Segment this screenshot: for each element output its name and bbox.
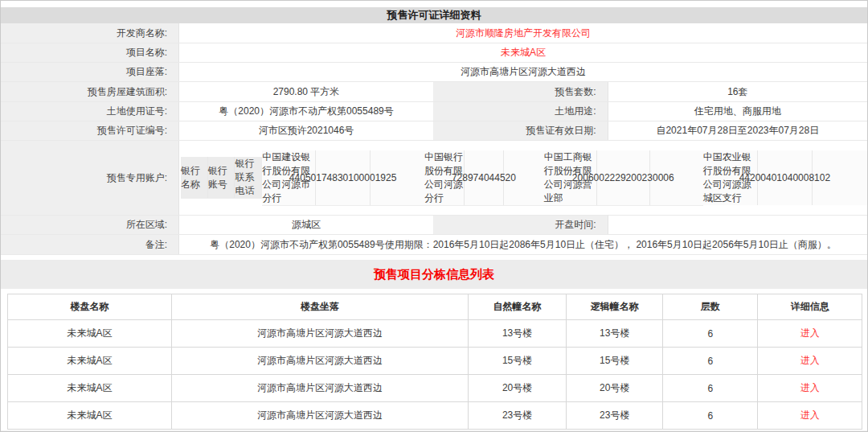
- col-detail: 详细信息: [758, 294, 862, 320]
- permit-validity-label: 预售证有效日期:: [434, 121, 608, 140]
- remarks-value: 粤（2020）河源市不动产权第0055489号使用期限：2016年5月10日起2…: [179, 235, 867, 254]
- page-title: 预售许可证详细资料: [1, 7, 867, 23]
- bank-account-header: 银行账号: [208, 157, 235, 198]
- building-name: 未来城A区: [8, 402, 172, 430]
- bank-account: 44050174830100001925: [316, 150, 370, 205]
- region-label: 所在区域:: [1, 216, 179, 234]
- region-value: 源城区: [179, 216, 434, 234]
- presale-units-value: 16套: [608, 82, 867, 101]
- col-building-location: 楼盘坐落: [172, 294, 469, 320]
- escrow-label: 预售专用账户:: [1, 141, 179, 215]
- bank-subtable: 银行名称 银行账号 银行联系电话 中国建设银行股份有限公司河源市分行 44050…: [179, 141, 867, 215]
- natural-block: 15号楼: [468, 348, 566, 375]
- floors: 6: [663, 402, 758, 430]
- presale-units-label: 预售套数:: [434, 82, 608, 101]
- building-row: 未来城A区 河源市高塘片区河源大道西边 20号楼 20号楼 6 进入: [8, 375, 862, 402]
- remarks-label: 备注:: [1, 235, 179, 254]
- logical-block: 23号楼: [567, 402, 663, 430]
- presale-area-label: 预售房屋建筑面积:: [1, 82, 179, 101]
- buildings-section-title: 预售项目分栋信息列表: [1, 260, 867, 289]
- presale-area-value: 2790.80 平方米: [179, 82, 434, 101]
- row-project-location: 项目座落: 河源市高塘片区河源大道西边: [1, 63, 867, 82]
- top-spacer: [1, 1, 867, 7]
- floors: 6: [663, 375, 758, 402]
- detail-link[interactable]: 进入: [800, 327, 820, 339]
- buildings-table: 楼盘名称 楼盘坐落 自然幢名称 逻辑幢名称 层数 详细信息 未来城A区 河源市高…: [7, 294, 862, 430]
- bank-row: 中国工商银行股份有限公司河源营业部 2006002229200230006: [544, 150, 703, 206]
- buildings-header-row: 楼盘名称 楼盘坐落 自然幢名称 逻辑幢名称 层数 详细信息: [8, 294, 862, 320]
- building-name: 未来城A区: [8, 375, 172, 402]
- floors: 6: [663, 348, 758, 375]
- row-area-units: 预售房屋建筑面积: 2790.80 平方米 预售套数: 16套: [1, 82, 867, 102]
- permit-no-value: 河市区预许2021046号: [179, 121, 434, 140]
- bank-row: 中国农业银行股份有限公司河源源城区支行 44200401040008102: [703, 150, 867, 205]
- row-remarks: 备注: 粤（2020）河源市不动产权第0055489号使用期限：2016年5月1…: [1, 235, 867, 255]
- row-permit: 预售许可证编号: 河市区预许2021046号 预售证有效日期: 自2021年07…: [1, 121, 867, 141]
- building-location: 河源市高塘片区河源大道西边: [172, 402, 469, 430]
- row-region-opening: 所在区域: 源城区 开盘时间:: [1, 216, 867, 235]
- bank-name-header: 银行名称: [181, 157, 208, 198]
- bank-row: 中国建设银行股份有限公司河源市分行 44050174830100001925: [262, 150, 424, 206]
- row-developer: 开发商名称: 河源市顺隆房地产开发有限公司: [1, 23, 867, 43]
- row-escrow-accounts: 预售专用账户: 银行名称 银行账号 银行联系电话 中国建设银行股份有限公司河源市…: [1, 141, 867, 216]
- building-location: 河源市高塘片区河源大道西边: [172, 320, 469, 348]
- logical-block: 20号楼: [567, 375, 663, 402]
- project-location-label: 项目座落:: [1, 63, 179, 81]
- permit-validity-value: 自2021年07月28日至2023年07月28日: [608, 121, 867, 140]
- land-cert-value: 粤（2020）河源市不动产权第0055489号: [179, 102, 434, 121]
- col-floors: 层数: [663, 294, 758, 320]
- building-row: 未来城A区 河源市高塘片区河源大道西边 23号楼 23号楼 6 进入: [8, 402, 862, 430]
- detail-link[interactable]: 进入: [800, 355, 820, 366]
- land-use-label: 土地用途:: [434, 102, 608, 121]
- developer-value: 河源市顺隆房地产开发有限公司: [179, 23, 867, 43]
- detail-link[interactable]: 进入: [800, 409, 820, 421]
- building-location: 河源市高塘片区河源大道西边: [172, 348, 469, 375]
- bank-phone: [371, 150, 424, 205]
- bank-phone: [650, 150, 703, 205]
- opening-time-label: 开盘时间:: [434, 216, 608, 234]
- bank-account: 728974044520: [465, 150, 505, 205]
- presale-permit-page: 预售许可证详细资料 开发商名称: 河源市顺隆房地产开发有限公司 项目名称: 未来…: [0, 0, 868, 432]
- building-row: 未来城A区 河源市高塘片区河源大道西边 13号楼 13号楼 6 进入: [8, 320, 862, 348]
- col-building-name: 楼盘名称: [8, 294, 172, 320]
- building-name: 未来城A区: [8, 320, 172, 348]
- bank-phone: [504, 150, 544, 205]
- row-project-name: 项目名称: 未来城A区: [1, 43, 867, 63]
- land-cert-label: 土地使用证号:: [1, 102, 179, 121]
- bank-account: 2006002229200230006: [597, 150, 650, 205]
- col-natural-block: 自然幢名称: [468, 294, 566, 320]
- permit-no-label: 预售许可证编号:: [1, 121, 179, 140]
- building-location: 河源市高塘片区河源大道西边: [172, 375, 469, 402]
- logical-block: 15号楼: [567, 348, 663, 375]
- bank-account: 44200401040008102: [758, 150, 813, 205]
- bank-row: 中国银行股份有限公司河源分行 728974044520: [424, 150, 544, 206]
- floors: 6: [663, 320, 758, 348]
- bank-header-row: 银行名称 银行账号 银行联系电话: [181, 157, 262, 199]
- row-land: 土地使用证号: 粤（2020）河源市不动产权第0055489号 土地用途: 住宅…: [1, 102, 867, 121]
- logical-block: 13号楼: [567, 320, 663, 348]
- project-name-value: 未来城A区: [179, 43, 867, 62]
- detail-link[interactable]: 进入: [800, 382, 820, 393]
- building-row: 未来城A区 河源市高塘片区河源大道西边 15号楼 15号楼 6 进入: [8, 348, 862, 375]
- land-use-value: 住宅用地、商服用地: [608, 102, 867, 121]
- bank-phone: [813, 150, 867, 205]
- project-location-value: 河源市高塘片区河源大道西边: [179, 63, 867, 81]
- project-name-label: 项目名称:: [1, 43, 179, 62]
- opening-time-value: [608, 216, 867, 234]
- developer-label: 开发商名称:: [1, 23, 179, 43]
- natural-block: 20号楼: [468, 375, 566, 402]
- building-name: 未来城A区: [8, 348, 172, 375]
- col-logical-block: 逻辑幢名称: [567, 294, 663, 320]
- natural-block: 23号楼: [468, 402, 566, 430]
- bank-phone-header: 银行联系电话: [235, 157, 262, 198]
- natural-block: 13号楼: [468, 320, 566, 348]
